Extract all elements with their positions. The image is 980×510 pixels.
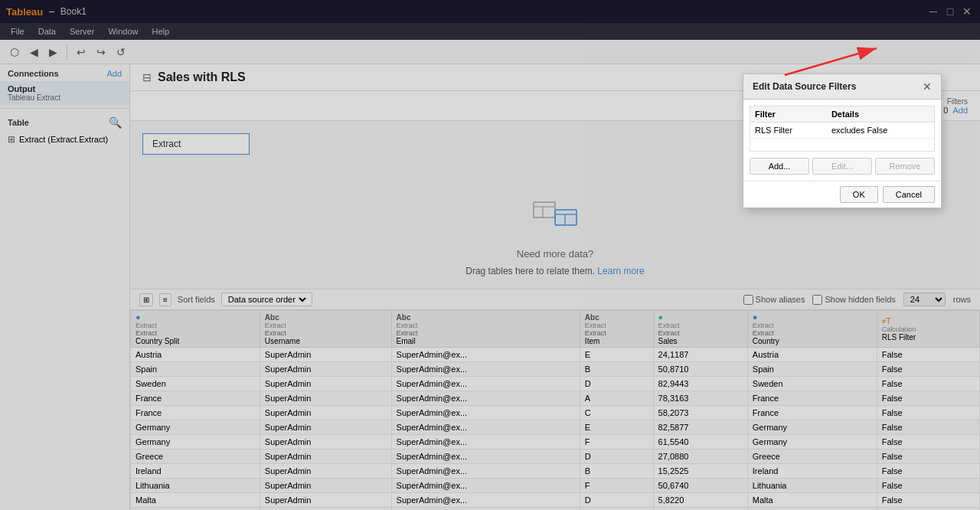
- edit-data-source-filters-modal: Edit Data Source Filters ✕ Filter Detail…: [743, 74, 942, 208]
- remove-filter-button[interactable]: Remove: [875, 158, 935, 175]
- modal-filter-name: RLS Filter: [750, 123, 827, 139]
- modal-footer: OK Cancel: [743, 181, 941, 208]
- edit-filter-button[interactable]: Edit...: [812, 158, 872, 175]
- details-col-header: Details: [827, 106, 934, 123]
- modal-filter-details: excludes False: [827, 123, 934, 139]
- filter-col-header: Filter: [750, 106, 827, 123]
- ok-button[interactable]: OK: [840, 186, 878, 203]
- modal-table-container: Filter Details RLS Filter excludes False: [750, 106, 935, 152]
- modal-filter-row: RLS Filter excludes False: [750, 123, 934, 139]
- modal-body: Filter Details RLS Filter excludes False…: [743, 100, 941, 181]
- modal-header: Edit Data Source Filters ✕: [743, 74, 941, 100]
- cancel-button[interactable]: Cancel: [883, 186, 935, 203]
- modal-table: Filter Details RLS Filter excludes False: [750, 106, 934, 139]
- modal-title: Edit Data Source Filters: [753, 81, 856, 92]
- modal-action-buttons: Add... Edit... Remove: [750, 158, 935, 175]
- modal-close-button[interactable]: ✕: [923, 80, 932, 93]
- add-filter-button[interactable]: Add...: [750, 158, 809, 175]
